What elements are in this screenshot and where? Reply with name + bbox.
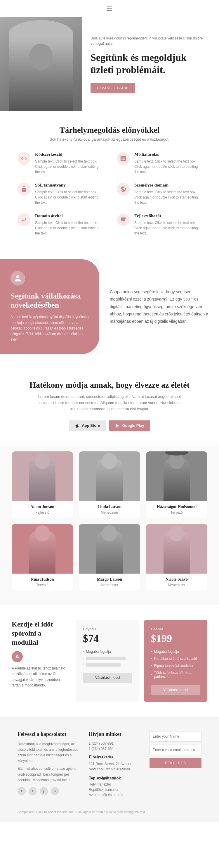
team-photo-0 [12, 452, 73, 501]
growth-section: Segítünk vállalkozása növekedésében A te… [0, 259, 219, 354]
team-photo-2 [146, 452, 207, 501]
app-title: Hatékony módja annak, hogy élvezze az él… [17, 380, 202, 390]
app-store-label: App Store [82, 423, 100, 428]
footer-grid: Felveszi a kapcsolatot Biztosíthatjuk a … [17, 731, 202, 797]
team-card-5: Nicole Scavo Menedzser [146, 524, 207, 591]
pricing-title: Kezdje el időt spórolni a modullal [12, 620, 67, 647]
plan-price-1: $199 [151, 632, 200, 645]
team-photo-3 [12, 524, 73, 574]
footer-col-form: BEKÜLDÉS [149, 731, 202, 797]
footer-bottom: Sample text. Click to select the text bo… [17, 806, 202, 814]
social-linkedin[interactable]: in [51, 787, 59, 795]
footer-col1-text1: Biztosíthatjuk a megbízhatóságot, az alc… [17, 741, 80, 764]
growth-text: A telen kéri üzlgépátusa nyújtó digitáli… [10, 314, 89, 342]
team-card-3: Nina Hudson Tervező [12, 524, 73, 591]
team-photo-4 [79, 524, 140, 574]
feature-icon-dev [117, 213, 130, 226]
footer-address: 121 Rock Street, 21 Avenue, New York, NY… [89, 761, 141, 772]
footer-name-input[interactable] [149, 731, 202, 742]
feature-title-1: Médiatárolás [134, 152, 202, 157]
team-photo-1 [79, 452, 140, 501]
plan-price-value-1: $199 [151, 633, 172, 644]
hero-image [0, 17, 82, 111]
feature-item-domain-atvitel: Domain átvitel Sample text. Click to sel… [17, 213, 102, 236]
plan-label-0: Egyedül [83, 627, 132, 631]
feature-icon-mediatarolas [117, 152, 130, 165]
footer-phone2: 1 (234) 987-654 [89, 747, 141, 751]
footer-bottom-text: Sample text. Click to select the text bo… [17, 810, 202, 814]
team-name-3: Nina Hudson [14, 577, 70, 582]
features-title: Tárhelymegoldás előnyökkel [17, 125, 202, 135]
hero-cta-button[interactable]: OLVASS TOVÁBB [90, 83, 135, 93]
feature-item-ssl: SSL tanúsítvány Sample text. Click to se… [17, 183, 102, 205]
pricing-logo: A [12, 651, 23, 662]
social-facebook[interactable]: f [17, 787, 26, 795]
footer-service1: Helyi transzfer [89, 782, 141, 786]
team-card-2: Házasságot Hudsonnal Tervező [146, 452, 207, 518]
footer-address-title: Elhelyezkedés [89, 755, 141, 760]
social-youtube[interactable]: y [40, 787, 48, 795]
google-play-button[interactable]: Google Play [109, 421, 150, 431]
footer-service2: Repülőtér transzfer [89, 787, 141, 792]
feature-desc-5: Sample text. Click to select the text bo… [134, 220, 202, 236]
feature-text-kodszerkeszto: Kódszerkesztő Sample text. Click to sele… [35, 152, 102, 175]
plan-feature-1-0: ● Magába foglalja [151, 648, 200, 655]
footer-col-callus: Hívjon minket 1 (234) 567-891 1 (234) 98… [89, 731, 141, 797]
plan-feature-1-1: ● Korlátlan számú szerkesztő [151, 655, 200, 662]
pricing-card-csapat: Csapat $199 ● Magába foglalja ● Korlátla… [144, 620, 207, 702]
growth-right-text: Csapatunk a segítségére lesz, hogy segít… [110, 288, 209, 325]
plan-feature-0-2: ● [83, 661, 132, 668]
plan-feature-1-3: ● Több száz hozzáférés a párbeszé [151, 669, 200, 680]
app-subtitle: Lorem ipsum dolor sit amet, consectetur … [36, 394, 182, 412]
feature-icon-ssl [17, 183, 30, 195]
footer-col2-title: Hívjon minket [89, 731, 141, 737]
plan-price-value-0: $74 [83, 633, 99, 644]
team-card-0: Adam Jonson Fejlesztő [12, 452, 73, 518]
pricing-left: Kezdje el időt spórolni a modullal A A P… [12, 620, 76, 688]
play-icon [115, 423, 120, 428]
hamburger-icon[interactable]: ☰ [107, 5, 112, 12]
feature-item-domain: Személyes domain Sample text. Click to s… [117, 183, 202, 205]
footer-socials: f t y in [17, 787, 80, 795]
media-icon [120, 155, 126, 162]
social-twitter[interactable]: t [29, 787, 37, 795]
pricing-cards: Egyedül $74 ● Magába foglalja ● ● Vásárl… [76, 620, 207, 702]
app-store-button[interactable]: App Store [69, 421, 106, 431]
footer: Felveszi a kapcsolatot Biztosíthatjuk a … [0, 717, 219, 823]
hero-content: Duis aute irure dolor in reprehenderit i… [82, 17, 219, 111]
footer-email-input[interactable] [149, 745, 202, 755]
feature-title-2: SSL tanúsítvány [35, 183, 102, 188]
feature-desc-1: Sample text. Click to select the text bo… [134, 159, 202, 175]
plan-buy-0[interactable]: Vásárlási modul [83, 673, 132, 683]
google-play-label: Google Play [122, 423, 144, 428]
team-role-0: Fejlesztő [14, 510, 70, 515]
team-grid: Adam Jonson Fejlesztő Linda Larson Mened… [12, 452, 207, 591]
pricing-left-desc: A Paddle az ihat bcítshoz található a sz… [12, 666, 67, 688]
feature-icon-domain [117, 183, 130, 195]
person-icon [14, 275, 22, 282]
hero-subtitle: Duis aute irure dolor in reprehenderit i… [90, 36, 207, 46]
hero-title: Segítünk és megoldjuk üzleti problémáit. [90, 52, 207, 76]
feature-item-fejleszto: Fejlesztőbarát Sample text. Click to sel… [117, 213, 202, 236]
team-role-5: Menedzser [149, 583, 205, 587]
feature-desc-3: Sample text. Click to select the text bo… [134, 189, 202, 205]
footer-submit-button[interactable]: BEKÜLDÉS [149, 758, 202, 768]
features-section: Tárhelymegoldás előnyökkel Sok hatékony … [0, 111, 219, 248]
hero-section: Duis aute irure dolor in reprehenderit i… [0, 17, 219, 111]
feature-desc-0: Sample text. Click to select the text bo… [35, 159, 102, 175]
feature-title-5: Fejlesztőbarát [134, 213, 202, 218]
plan-feature-1-2: ● Figma tervezési rendszer [151, 662, 200, 669]
globe-icon [120, 186, 126, 192]
team-role-1: Menedzser [82, 510, 137, 515]
feature-title-3: Személyes domain [134, 183, 202, 188]
plan-price-0: $74 [83, 632, 132, 645]
plan-label-1: Csapat [151, 627, 200, 631]
team-name-5: Nicole Scavo [149, 577, 205, 582]
feature-desc-4: Sample text. Click to select the text bo… [35, 220, 102, 236]
plan-feature-0-1: ● [83, 655, 132, 661]
team-card-4: Margo Larson Menedzser [79, 524, 140, 591]
growth-right: Csapatunk a segítségére lesz, hogy segít… [99, 259, 219, 354]
footer-service3: Az átutazók és a turák [89, 793, 141, 797]
plan-buy-1[interactable]: Vásárlási modul [151, 685, 200, 695]
footer-col1-title: Felveszi a kapcsolatot [17, 731, 80, 737]
